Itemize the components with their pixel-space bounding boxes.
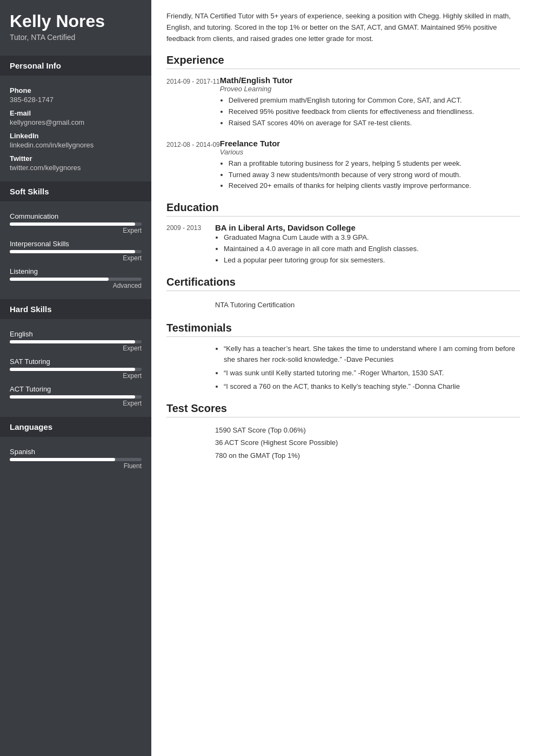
- twitter-label: Twitter: [10, 154, 142, 163]
- exp-role: Freelance Tutor: [220, 139, 520, 148]
- testimonial-item: “I was sunk until Kelly started tutoring…: [224, 368, 520, 379]
- personal-info-section-title: Personal Info: [0, 56, 151, 76]
- edu-bullet: Graduated Magna Cum Laude with a 3.9 GPA…: [224, 232, 520, 244]
- skill-bar-fill: [10, 368, 135, 371]
- edu-bullet: Led a popular peer tutoring group for si…: [224, 255, 520, 266]
- testimonial-item: “Kelly has a teacher’s heart. She takes …: [224, 343, 520, 366]
- test-scores-list: 1590 SAT Score (Top 0.06%)36 ACT Score (…: [166, 424, 520, 462]
- edu-bullet: Maintained a 4.0 average in all core mat…: [224, 244, 520, 255]
- email-label: E-mail: [10, 109, 142, 117]
- test-scores-section-title: Test Scores: [166, 402, 520, 417]
- skill-level: Expert: [10, 227, 142, 234]
- exp-bullets: Ran a profitable tutoring business for 2…: [220, 158, 520, 192]
- edu-date: 2009 - 2013: [166, 223, 215, 266]
- experience-section-title: Experience: [166, 54, 520, 69]
- twitter-value: twitter.com/kellygnores: [10, 164, 142, 172]
- skill-bar-fill: [10, 278, 109, 281]
- languages-section-title: Languages: [0, 417, 151, 437]
- edu-body: BA in Liberal Arts, Davidson College Gra…: [215, 223, 520, 266]
- education-list: 2009 - 2013 BA in Liberal Arts, Davidson…: [166, 223, 520, 266]
- exp-bullet: Ran a profitable tutoring business for 2…: [229, 158, 520, 170]
- experience-list: 2014-09 - 2017-11 Math/English Tutor Pro…: [166, 76, 520, 192]
- test-score-item: 36 ACT Score (Highest Score Possible): [215, 436, 520, 449]
- skill-item: English Expert: [10, 330, 142, 352]
- email-value: kellygnores@gmail.com: [10, 118, 142, 126]
- exp-date: 2012-08 - 2014-09: [166, 139, 220, 192]
- skill-item: Spanish Fluent: [10, 448, 142, 470]
- soft-skills-content: Communication Expert Interpersonal Skill…: [0, 201, 151, 295]
- skill-level: Expert: [10, 254, 142, 262]
- skill-bar-bg: [10, 368, 142, 371]
- testimonial-item: “I scored a 760 on the ACT, thanks to Ke…: [224, 381, 520, 393]
- phone-label: Phone: [10, 86, 142, 94]
- certifications-section-title: Certifications: [166, 276, 520, 291]
- skill-name: English: [10, 330, 142, 338]
- edu-degree: BA in Liberal Arts, Davidson College: [215, 223, 520, 232]
- skill-item: Interpersonal Skills Expert: [10, 240, 142, 262]
- exp-bullets: Delivered premium math/English tutoring …: [220, 95, 520, 129]
- candidate-title: Tutor, NTA Certified: [10, 33, 142, 42]
- exp-bullet: Delivered premium math/English tutoring …: [229, 95, 520, 106]
- skill-name: Listening: [10, 267, 142, 275]
- exp-body: Math/English Tutor Proveo Learning Deliv…: [220, 76, 520, 129]
- skill-level: Expert: [10, 372, 142, 380]
- exp-bullet: Received 95% positive feedback from clie…: [229, 106, 520, 118]
- skill-level: Expert: [10, 400, 142, 407]
- skill-bar-fill: [10, 250, 135, 253]
- exp-bullet: Received 20+ emails of thanks for helpin…: [229, 180, 520, 192]
- hard-skills-section-title: Hard Skills: [0, 299, 151, 319]
- personal-info-content: Phone 385-628-1747 E-mail kellygnores@gm…: [0, 76, 151, 177]
- skill-bar-fill: [10, 395, 135, 399]
- experience-item: 2014-09 - 2017-11 Math/English Tutor Pro…: [166, 76, 520, 129]
- exp-bullet: Turned away 3 new students/month because…: [229, 170, 520, 181]
- exp-role: Math/English Tutor: [220, 76, 520, 85]
- soft-skills-section-title: Soft Skills: [0, 181, 151, 201]
- skill-bar-bg: [10, 278, 142, 281]
- skill-bar-bg: [10, 395, 142, 399]
- skill-bar-bg: [10, 458, 142, 461]
- skill-item: ACT Tutoring Expert: [10, 385, 142, 407]
- exp-body: Freelance Tutor Various Ran a profitable…: [220, 139, 520, 192]
- education-item: 2009 - 2013 BA in Liberal Arts, Davidson…: [166, 223, 520, 266]
- skill-name: SAT Tutoring: [10, 357, 142, 366]
- testimonials-section-title: Testimonials: [166, 322, 520, 337]
- languages-content: Spanish Fluent: [0, 437, 151, 475]
- linkedin-label: LinkedIn: [10, 132, 142, 140]
- skill-bar-fill: [10, 222, 135, 226]
- skill-name: ACT Tutoring: [10, 385, 142, 393]
- exp-company: Various: [220, 148, 520, 156]
- testimonials-list-wrapper: “Kelly has a teacher’s heart. She takes …: [166, 343, 520, 393]
- test-score-item: 780 on the GMAT (Top 1%): [215, 449, 520, 462]
- summary-text: Friendly, NTA Certified Tutor with 5+ ye…: [166, 11, 520, 44]
- main-content: Friendly, NTA Certified Tutor with 5+ ye…: [151, 0, 535, 756]
- education-section-title: Education: [166, 201, 520, 217]
- candidate-name: Kelly Nores: [10, 12, 142, 31]
- hard-skills-content: English Expert SAT Tutoring Expert ACT T…: [0, 319, 151, 413]
- sidebar: Kelly Nores Tutor, NTA Certified Persona…: [0, 0, 151, 756]
- phone-value: 385-628-1747: [10, 96, 142, 104]
- skill-bar-fill: [10, 340, 135, 343]
- exp-company: Proveo Learning: [220, 85, 520, 93]
- linkedin-value: linkedin.com/in/kellygnores: [10, 141, 142, 149]
- skill-bar-bg: [10, 250, 142, 253]
- skill-name: Spanish: [10, 448, 142, 456]
- skill-bar-bg: [10, 222, 142, 226]
- sidebar-header: Kelly Nores Tutor, NTA Certified: [0, 0, 151, 51]
- skill-name: Interpersonal Skills: [10, 240, 142, 248]
- skill-level: Advanced: [10, 282, 142, 289]
- skill-item: Communication Expert: [10, 212, 142, 234]
- testimonials-list: “Kelly has a teacher’s heart. She takes …: [215, 343, 520, 393]
- skill-item: SAT Tutoring Expert: [10, 357, 142, 380]
- skill-bar-bg: [10, 340, 142, 343]
- experience-item: 2012-08 - 2014-09 Freelance Tutor Variou…: [166, 139, 520, 192]
- edu-bullets: Graduated Magna Cum Laude with a 3.9 GPA…: [215, 232, 520, 266]
- skill-item: Listening Advanced: [10, 267, 142, 289]
- exp-date: 2014-09 - 2017-11: [166, 76, 220, 129]
- skill-name: Communication: [10, 212, 142, 220]
- skill-level: Expert: [10, 345, 142, 352]
- certification-item: NTA Tutoring Certification: [166, 298, 520, 312]
- skill-level: Fluent: [10, 462, 142, 470]
- exp-bullet: Raised SAT scores 40% on average for SAT…: [229, 118, 520, 129]
- skill-bar-fill: [10, 458, 115, 461]
- test-score-item: 1590 SAT Score (Top 0.06%): [215, 424, 520, 436]
